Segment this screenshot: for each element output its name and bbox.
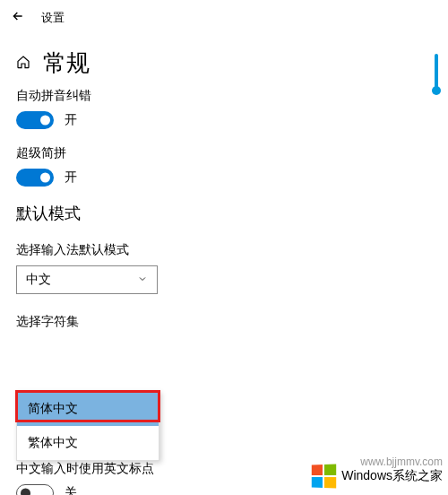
eng-punct-toggle[interactable] bbox=[16, 484, 54, 495]
back-icon[interactable] bbox=[11, 9, 25, 26]
charset-option-simplified[interactable]: 简体中文 bbox=[17, 392, 159, 426]
select-mode-value: 中文 bbox=[26, 272, 51, 288]
header-title: 设置 bbox=[41, 10, 65, 26]
charset-dropdown-menu: 简体中文 繁体中文 bbox=[16, 391, 159, 461]
auto-pinyin-state: 开 bbox=[65, 112, 77, 128]
thermometer-icon bbox=[432, 54, 441, 95]
select-mode-label: 选择输入法默认模式 bbox=[16, 242, 432, 258]
chevron-down-icon bbox=[137, 273, 148, 287]
eng-punct-state: 关 bbox=[65, 485, 77, 495]
home-icon[interactable] bbox=[16, 55, 30, 72]
watermark: Windows系统之家 bbox=[311, 465, 443, 488]
super-jianpin-toggle[interactable] bbox=[16, 169, 54, 187]
super-jianpin-label: 超级简拼 bbox=[16, 145, 432, 161]
page-title: 常规 bbox=[43, 48, 90, 79]
default-mode-section-title: 默认模式 bbox=[16, 203, 432, 224]
charset-option-traditional[interactable]: 繁体中文 bbox=[17, 426, 159, 460]
super-jianpin-state: 开 bbox=[65, 169, 77, 186]
watermark-text: Windows系统之家 bbox=[341, 468, 443, 484]
auto-pinyin-label: 自动拼音纠错 bbox=[16, 88, 432, 104]
charset-label: 选择字符集 bbox=[16, 314, 432, 330]
select-mode-dropdown[interactable]: 中文 bbox=[16, 265, 158, 294]
windows-logo-icon bbox=[312, 465, 336, 489]
auto-pinyin-toggle[interactable] bbox=[16, 111, 54, 129]
